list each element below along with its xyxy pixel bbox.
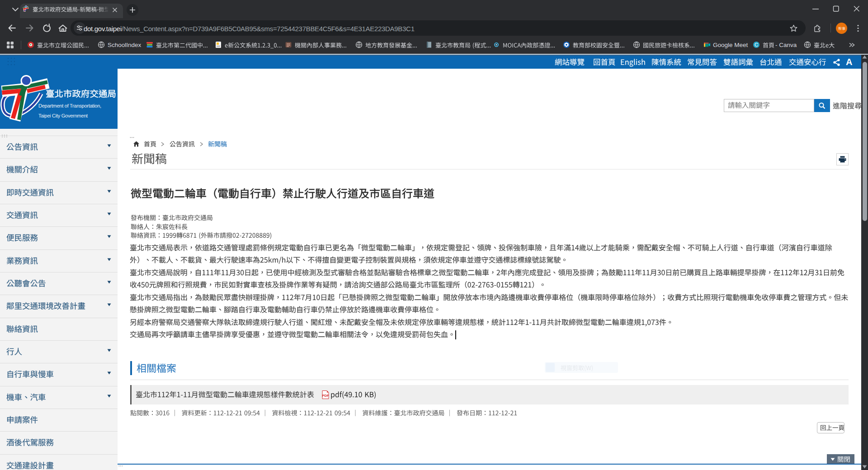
svg-text:PDF: PDF xyxy=(322,394,329,398)
svg-text:C: C xyxy=(755,42,758,47)
